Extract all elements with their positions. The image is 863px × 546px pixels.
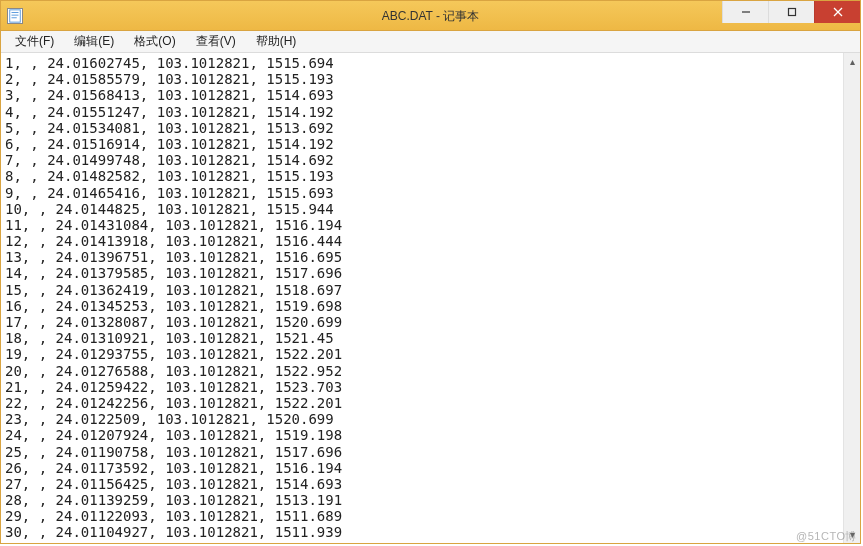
window-title: ABC.DAT - 记事本 xyxy=(382,1,480,31)
titlebar-left xyxy=(1,8,29,24)
text-line: 30, , 24.01104927, 103.1012821, 1511.939 xyxy=(5,524,856,540)
text-line: 4, , 24.01551247, 103.1012821, 1514.192 xyxy=(5,104,856,120)
menubar: 文件(F) 编辑(E) 格式(O) 查看(V) 帮助(H) xyxy=(1,31,860,53)
minimize-button[interactable] xyxy=(722,1,768,23)
menu-view[interactable]: 查看(V) xyxy=(186,31,246,52)
text-line: 7, , 24.01499748, 103.1012821, 1514.692 xyxy=(5,152,856,168)
svg-rect-0 xyxy=(10,9,21,21)
text-line: 21, , 24.01259422, 103.1012821, 1523.703 xyxy=(5,379,856,395)
text-line: 29, , 24.01122093, 103.1012821, 1511.689 xyxy=(5,508,856,524)
text-line: 2, , 24.01585579, 103.1012821, 1515.193 xyxy=(5,71,856,87)
text-line: 14, , 24.01379585, 103.1012821, 1517.696 xyxy=(5,265,856,281)
menu-file[interactable]: 文件(F) xyxy=(5,31,64,52)
text-line: 22, , 24.01242256, 103.1012821, 1522.201 xyxy=(5,395,856,411)
text-line: 18, , 24.01310921, 103.1012821, 1521.45 xyxy=(5,330,856,346)
text-line: 3, , 24.01568413, 103.1012821, 1514.693 xyxy=(5,87,856,103)
text-line: 9, , 24.01465416, 103.1012821, 1515.693 xyxy=(5,185,856,201)
text-line: 23, , 24.0122509, 103.1012821, 1520.699 xyxy=(5,411,856,427)
text-line: 19, , 24.01293755, 103.1012821, 1522.201 xyxy=(5,346,856,362)
text-line: 17, , 24.01328087, 103.1012821, 1520.699 xyxy=(5,314,856,330)
text-line: 26, , 24.01173592, 103.1012821, 1516.194 xyxy=(5,460,856,476)
text-line: 25, , 24.01190758, 103.1012821, 1517.696 xyxy=(5,444,856,460)
editor-area[interactable]: 1, , 24.01602745, 103.1012821, 1515.6942… xyxy=(1,53,860,543)
titlebar[interactable]: ABC.DAT - 记事本 xyxy=(1,1,860,31)
window-controls xyxy=(722,1,860,23)
vertical-scrollbar[interactable]: ▴ ▾ xyxy=(843,53,860,543)
app-window: ABC.DAT - 记事本 文件(F) 编辑(E) 格式(O) 查看(V) 帮助… xyxy=(0,0,861,544)
menu-edit[interactable]: 编辑(E) xyxy=(64,31,124,52)
text-line: 1, , 24.01602745, 103.1012821, 1515.694 xyxy=(5,55,856,71)
svg-rect-5 xyxy=(788,8,795,15)
text-line: 8, , 24.01482582, 103.1012821, 1515.193 xyxy=(5,168,856,184)
menu-help[interactable]: 帮助(H) xyxy=(246,31,307,52)
text-line: 24, , 24.01207924, 103.1012821, 1519.198 xyxy=(5,427,856,443)
text-line: 16, , 24.01345253, 103.1012821, 1519.698 xyxy=(5,298,856,314)
close-button[interactable] xyxy=(814,1,860,23)
scroll-down-arrow[interactable]: ▾ xyxy=(844,526,860,543)
text-content[interactable]: 1, , 24.01602745, 103.1012821, 1515.6942… xyxy=(1,53,860,543)
menu-format[interactable]: 格式(O) xyxy=(124,31,185,52)
text-line: 15, , 24.01362419, 103.1012821, 1518.697 xyxy=(5,282,856,298)
notepad-icon xyxy=(7,8,23,24)
maximize-button[interactable] xyxy=(768,1,814,23)
text-line: 11, , 24.01431084, 103.1012821, 1516.194 xyxy=(5,217,856,233)
text-line: 5, , 24.01534081, 103.1012821, 1513.692 xyxy=(5,120,856,136)
text-line: 6, , 24.01516914, 103.1012821, 1514.192 xyxy=(5,136,856,152)
text-line: 20, , 24.01276588, 103.1012821, 1522.952 xyxy=(5,363,856,379)
scroll-up-arrow[interactable]: ▴ xyxy=(844,53,860,70)
text-line: 10, , 24.0144825, 103.1012821, 1515.944 xyxy=(5,201,856,217)
text-line: 13, , 24.01396751, 103.1012821, 1516.695 xyxy=(5,249,856,265)
text-line: 12, , 24.01413918, 103.1012821, 1516.444 xyxy=(5,233,856,249)
text-line: 27, , 24.01156425, 103.1012821, 1514.693 xyxy=(5,476,856,492)
text-line: 28, , 24.01139259, 103.1012821, 1513.191 xyxy=(5,492,856,508)
